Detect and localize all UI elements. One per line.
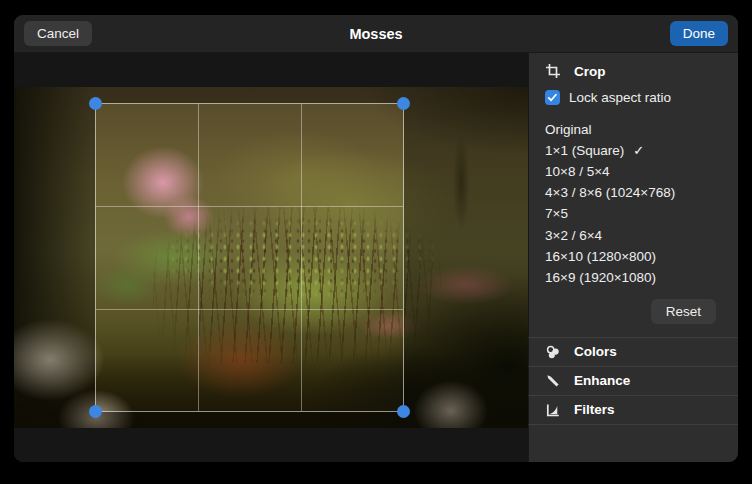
section-colors[interactable]: Colors xyxy=(528,338,738,367)
crop-handle-bottom-left[interactable] xyxy=(89,405,102,418)
edit-sidebar: Crop Lock aspect ratio Original 1×1 (Squ… xyxy=(528,53,738,462)
crop-gridline xyxy=(96,309,403,310)
photo-mosses xyxy=(14,87,528,428)
aspect-option-3x2[interactable]: 3×2 / 6×4 xyxy=(528,225,738,246)
crop-gridline xyxy=(301,104,302,411)
aspect-option-original[interactable]: Original xyxy=(528,119,738,140)
aspect-option-16x10[interactable]: 16×10 (1280×800) xyxy=(528,246,738,267)
aspect-option-1x1-square[interactable]: 1×1 (Square) ✓ xyxy=(528,140,738,161)
crop-handle-bottom-right[interactable] xyxy=(397,405,410,418)
reset-button[interactable]: Reset xyxy=(651,299,716,324)
cancel-button[interactable]: Cancel xyxy=(24,21,92,46)
done-button[interactable]: Done xyxy=(670,21,728,46)
checkbox-checked-icon[interactable] xyxy=(545,90,560,105)
selected-check-icon: ✓ xyxy=(633,144,644,158)
crop-section-title: Crop xyxy=(574,64,606,79)
aspect-option-4x3[interactable]: 4×3 / 8×6 (1024×768) xyxy=(528,183,738,204)
aspect-ratio-list: Original 1×1 (Square) ✓ 10×8 / 5×4 4×3 /… xyxy=(528,119,738,289)
colors-icon xyxy=(545,344,561,360)
aspect-option-16x9[interactable]: 16×9 (1920×1080) xyxy=(528,267,738,288)
image-editor-window: Cancel Mosses Done xyxy=(14,15,738,462)
section-enhance-label: Enhance xyxy=(574,373,630,388)
crop-icon xyxy=(545,63,561,79)
section-filters-label: Filters xyxy=(574,402,615,417)
header-bar: Cancel Mosses Done xyxy=(14,15,738,53)
crop-handle-top-left[interactable] xyxy=(89,97,102,110)
crop-gridline xyxy=(198,104,199,411)
aspect-option-7x5[interactable]: 7×5 xyxy=(528,204,738,225)
crop-selection[interactable] xyxy=(95,103,404,412)
lock-aspect-ratio-checkbox[interactable]: Lock aspect ratio xyxy=(528,84,738,110)
image-editor-canvas xyxy=(14,53,528,462)
enhance-icon xyxy=(545,373,561,389)
reset-row: Reset xyxy=(528,289,738,324)
section-filters[interactable]: Filters xyxy=(528,396,738,425)
crop-handle-top-right[interactable] xyxy=(397,97,410,110)
aspect-option-10x8[interactable]: 10×8 / 5×4 xyxy=(528,161,738,182)
crop-section-header: Crop xyxy=(528,53,738,84)
section-colors-label: Colors xyxy=(574,344,617,359)
lock-aspect-ratio-label: Lock aspect ratio xyxy=(569,90,671,105)
filters-icon xyxy=(545,402,561,418)
section-enhance[interactable]: Enhance xyxy=(528,367,738,396)
window-title: Mosses xyxy=(14,26,738,42)
crop-gridline xyxy=(96,206,403,207)
